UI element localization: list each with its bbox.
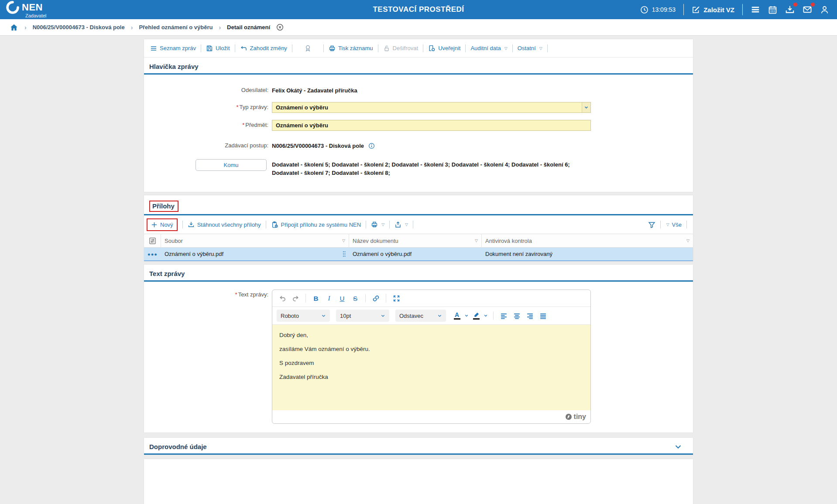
create-vz-button[interactable]: Založit VZ [692, 6, 734, 14]
message-type-select[interactable]: Oznámení o výběru [272, 102, 591, 113]
align-left-button[interactable] [498, 310, 509, 321]
column-header-antivirus[interactable]: Antivirová kontrola ▽ [482, 234, 693, 247]
section-title: Hlavička zprávy [149, 63, 199, 70]
column-header-doc-name[interactable]: Název dokumentu ▽ [349, 234, 482, 247]
info-icon[interactable] [368, 143, 375, 149]
cell-file: Oznámení o výběru.pdf [161, 248, 349, 260]
menu-button[interactable] [751, 5, 760, 14]
filter-arrow-icon[interactable]: ▽ [342, 238, 345, 243]
divider [292, 44, 292, 52]
italic-button[interactable]: I [323, 293, 335, 304]
align-right-button[interactable] [524, 310, 535, 321]
bold-button[interactable]: B [310, 293, 322, 304]
filter-all-button[interactable]: ▽ Vše [665, 221, 682, 228]
print-menu-button[interactable]: ▽ [371, 221, 384, 228]
divider [512, 44, 513, 52]
chevron-down-icon [381, 313, 385, 318]
attachment-row[interactable]: ●●● Oznámení o výběru.pdf Oznámení o výb… [144, 248, 693, 261]
message-list-button[interactable]: Seznam zpráv [150, 45, 196, 52]
fullscreen-button[interactable] [391, 293, 402, 304]
justify-icon [539, 312, 547, 320]
downloads-button[interactable] [785, 5, 795, 14]
procedure-value: N006/25/V00004673 - Disková pole [272, 140, 375, 150]
breadcrumb-separator: › [219, 24, 221, 31]
divider [365, 294, 366, 303]
user-button[interactable] [820, 5, 829, 14]
text-color-menu[interactable] [463, 310, 470, 321]
divider [201, 44, 201, 52]
block-format-select[interactable]: Odstavec [395, 310, 446, 322]
export-menu-button[interactable]: ▽ [394, 221, 408, 228]
strikethrough-button[interactable]: S [350, 293, 361, 304]
signature-check-button[interactable] [297, 44, 319, 52]
breadcrumb-separator: › [131, 24, 133, 31]
rich-text-editor[interactable]: B I U S [272, 289, 591, 424]
publish-icon [428, 44, 436, 52]
highlight-color-menu[interactable] [483, 310, 489, 321]
sender-label: Odesílatel: [144, 85, 272, 93]
chevron-down-icon[interactable] [582, 102, 590, 112]
collapse-chevron-icon[interactable] [675, 443, 682, 450]
align-center-button[interactable] [511, 310, 522, 321]
publish-button[interactable]: Uveřejnit [428, 44, 460, 52]
messages-button[interactable] [803, 5, 812, 14]
divider [547, 44, 548, 52]
text-color-button[interactable]: A [452, 310, 462, 321]
font-size-select[interactable]: 10pt [336, 310, 389, 322]
font-family-select[interactable]: Roboto [277, 310, 330, 322]
filter-arrow-icon[interactable]: ▽ [686, 238, 689, 243]
row-menu-button[interactable]: ●●● [144, 248, 161, 260]
subject-label: Předmět: [144, 120, 272, 128]
print-record-button[interactable]: Tisk záznamu [329, 45, 373, 52]
redo-button[interactable] [290, 293, 301, 304]
close-tab-icon[interactable] [276, 24, 284, 31]
other-menu[interactable]: Ostatní▽ [518, 45, 542, 51]
printer-icon [371, 221, 378, 228]
underline-button[interactable]: U [336, 293, 348, 304]
home-icon[interactable] [10, 23, 18, 32]
breadcrumb-item-procedure[interactable]: N006/25/V00004673 - Disková pole [33, 24, 125, 31]
dropdown-arrow-icon: ▽ [666, 222, 669, 227]
table-header-row: Soubor ▽ Název dokumentu ▽ Antivirová ko… [144, 234, 693, 248]
download-all-attachments-button[interactable]: Stáhnout všechny přílohy [188, 221, 261, 228]
message-header-card: Seznam zpráv Uložit Zahodit změny Tisk z… [144, 39, 693, 192]
column-header-file[interactable]: Soubor ▽ [161, 234, 349, 247]
recipients-button[interactable]: Komu [196, 159, 267, 171]
cell-antivirus: Dokument není zavirovaný [482, 248, 693, 260]
audit-data-menu[interactable]: Auditní data▽ [470, 45, 507, 51]
new-attachment-button[interactable]: Nový [151, 221, 173, 228]
editor-paragraph: S pozdravem [279, 360, 583, 366]
divider [683, 4, 684, 15]
justify-button[interactable] [537, 310, 549, 321]
nen-logo[interactable]: NEN Zadavatel [6, 1, 46, 18]
section-title: Přílohy [152, 202, 175, 210]
tiny-logo-icon [565, 413, 572, 420]
divider [660, 221, 661, 228]
link-button[interactable] [370, 293, 381, 304]
filter-arrow-icon[interactable]: ▽ [475, 238, 478, 243]
subject-input[interactable] [272, 120, 591, 131]
section-header-accompanying[interactable]: Doprovodné údaje [144, 438, 693, 455]
editor-paragraph: Dobrý den, [279, 332, 583, 338]
column-settings-button[interactable] [144, 234, 161, 247]
text-color-icon: A [455, 312, 459, 318]
message-type-label: Typ zprávy: [144, 102, 272, 110]
save-button[interactable]: Uložit [206, 45, 230, 52]
breadcrumb-item-overview[interactable]: Přehled oznámení o výběru [139, 24, 213, 31]
tiny-brand: tiny [574, 413, 586, 421]
dropdown-arrow-icon: ▽ [405, 222, 408, 227]
decrypt-button[interactable]: Dešifrovat [383, 45, 418, 52]
dropdown-arrow-icon: ▽ [381, 222, 384, 227]
calendar-button[interactable] [768, 5, 777, 14]
divider [742, 4, 743, 15]
highlight-color-button[interactable] [471, 310, 481, 321]
drag-handle-icon[interactable] [343, 251, 346, 257]
section-header-message: Hlavička zprávy [144, 58, 693, 75]
filter-icon[interactable] [648, 221, 655, 228]
fullscreen-icon [393, 295, 400, 302]
attach-from-nen-button[interactable]: Připojit přílohu ze systému NEN [271, 221, 361, 228]
undo-button[interactable] [277, 293, 288, 304]
editor-content[interactable]: Dobrý den, zasíláme Vám oznámení o výběr… [272, 325, 590, 410]
link-icon [372, 295, 380, 302]
discard-changes-button[interactable]: Zahodit změny [240, 45, 287, 52]
